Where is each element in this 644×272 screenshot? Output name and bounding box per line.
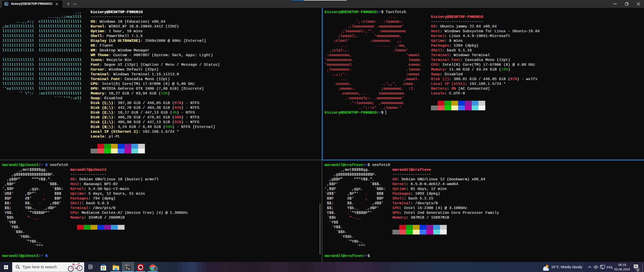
svg-text:1: 1	[637, 268, 638, 271]
